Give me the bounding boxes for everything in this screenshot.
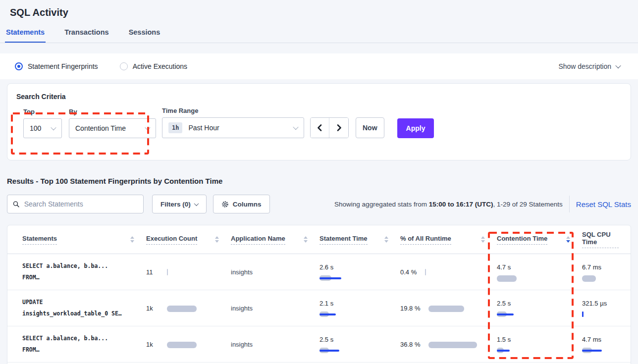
chevron-left-icon: [317, 124, 322, 131]
contention-time-value: 4.7 s: [497, 263, 523, 271]
time-range-field-group: Time Range 1h Past Hour: [162, 107, 304, 138]
statement-line-1: SELECT a.balance, b.ba...: [22, 333, 146, 344]
sql-cpu-time-value: 321.5 µs: [582, 299, 608, 308]
contention-time-value: 2.5 s: [497, 299, 523, 308]
chevron-down-icon: [51, 125, 56, 130]
columns-button-label: Columns: [233, 201, 262, 208]
column-header-contention-time[interactable]: Contention Time: [497, 235, 582, 245]
table-row: UPDATE insights_workload_table_0 SE… 1k …: [7, 290, 631, 326]
pct-runtime-value: 0.4 %: [400, 268, 417, 276]
column-header-execution-count[interactable]: Execution Count: [146, 235, 231, 245]
tab-sessions[interactable]: Sessions: [128, 24, 161, 43]
table-row: SELECT a.balance, b.ba... FROM… 11 insig…: [7, 254, 631, 290]
column-header-statements[interactable]: Statements: [22, 235, 146, 245]
radio-selected-icon[interactable]: [15, 62, 23, 70]
by-field-group: By Contention Time: [69, 108, 156, 138]
execution-count-bar: [167, 341, 221, 348]
statement-time-value: 2.6 s: [319, 263, 345, 271]
results-toolbar: Filters (0) Columns Showing aggregated s…: [7, 195, 631, 213]
top-select[interactable]: 100: [23, 118, 62, 138]
view-toggle-bar: Statement Fingerprints Active Executions…: [0, 53, 638, 79]
sql-cpu-time-bar: [582, 275, 631, 281]
by-select[interactable]: Contention Time: [69, 118, 156, 138]
summary-suffix: , 1-29 of 29 Statements: [493, 201, 562, 208]
stats-summary: Showing aggregated stats from 15:00 to 1…: [334, 201, 563, 208]
radio-statement-fingerprints[interactable]: Statement Fingerprints: [15, 62, 98, 70]
sort-desc-active-icon[interactable]: [566, 236, 570, 243]
statement-link[interactable]: SELECT a.balance, b.ba... FROM…: [22, 333, 146, 356]
summary-prefix: Showing aggregated stats from: [334, 201, 429, 208]
filters-button-label: Filters (0): [160, 201, 191, 208]
pct-runtime-cell: 36.8 %: [400, 340, 497, 349]
tab-transactions[interactable]: Transactions: [63, 24, 109, 43]
show-description-toggle[interactable]: Show description: [558, 62, 620, 70]
statement-time-value: 2.5 s: [319, 335, 345, 344]
contention-time-cell: 4.7 s: [497, 263, 582, 281]
column-header-label: SQL CPU Time: [582, 231, 619, 248]
contention-time-bar: [497, 311, 551, 317]
radio-active-executions[interactable]: Active Executions: [120, 62, 188, 70]
sql-cpu-time-cell: 321.5 µs: [582, 299, 631, 317]
statement-time-cell: 2.5 s: [319, 335, 400, 354]
time-range-select[interactable]: 1h Past Hour: [162, 117, 304, 138]
statement-link[interactable]: UPDATE insights_workload_table_0 SE…: [22, 297, 146, 319]
chevron-down-icon: [145, 125, 150, 130]
top-label: Top: [23, 108, 62, 115]
column-header-label: % of All Runtime: [400, 235, 451, 245]
application-name-cell: insights: [231, 305, 319, 312]
pct-runtime-cell: 0.4 %: [400, 268, 497, 276]
table-row: SELECT a.balance, b.ba... FROM… 1k insig…: [7, 326, 631, 363]
tab-statements[interactable]: Statements: [5, 24, 46, 43]
statement-line-1: SELECT a.balance, b.ba...: [22, 260, 146, 272]
statement-search-box[interactable]: [7, 195, 144, 213]
column-header-sql-cpu-time[interactable]: SQL CPU Time: [582, 231, 631, 248]
statements-table: Statements Execution Count Application N…: [7, 225, 631, 364]
apply-button[interactable]: Apply: [397, 118, 434, 138]
by-label: By: [69, 108, 156, 115]
statement-line-1: UPDATE: [22, 297, 146, 308]
now-button[interactable]: Now: [356, 117, 384, 138]
chevron-down-icon: [194, 201, 199, 206]
search-input[interactable]: [24, 200, 138, 208]
execution-count-cell: 1k: [146, 305, 231, 312]
summary-time-range: 15:00 to 16:17 (UTC): [429, 201, 493, 208]
statement-time-value: 2.1 s: [319, 299, 345, 308]
contention-time-cell: 2.5 s: [497, 299, 582, 317]
search-criteria-form: Top 100 By Contention Time Time Range 1h…: [16, 107, 631, 138]
column-header-statement-time[interactable]: Statement Time: [319, 235, 400, 245]
columns-button[interactable]: Columns: [213, 195, 270, 213]
column-header-pct-runtime[interactable]: % of All Runtime: [400, 235, 497, 245]
statement-line-2: FROM…: [22, 344, 146, 356]
tab-bar: Statements Transactions Sessions: [0, 24, 638, 43]
sort-icon[interactable]: [481, 236, 485, 243]
sql-cpu-time-cell: 6.7 ms: [582, 263, 631, 281]
by-select-value: Contention Time: [75, 124, 126, 132]
previous-time-button[interactable]: [311, 118, 329, 138]
results-heading: Results - Top 100 Statement Fingerprints…: [7, 177, 631, 185]
statement-time-bar: [319, 275, 374, 281]
sort-icon[interactable]: [384, 236, 388, 243]
contention-time-cell: 1.5 s: [497, 335, 582, 354]
statement-link[interactable]: SELECT a.balance, b.ba... FROM…: [22, 260, 146, 283]
page-header: SQL Activity: [0, 0, 638, 18]
sort-icon[interactable]: [215, 236, 219, 243]
execution-count-cell: 1k: [146, 341, 231, 348]
application-name-cell: insights: [231, 268, 319, 276]
contention-time-bar: [497, 347, 551, 354]
next-time-button[interactable]: [329, 118, 348, 138]
sql-cpu-time-value: 6.7 ms: [582, 263, 608, 271]
radio-label: Statement Fingerprints: [28, 62, 98, 70]
sql-cpu-time-cell: 4.7 ms: [582, 335, 631, 354]
radio-unselected-icon[interactable]: [120, 62, 128, 70]
reset-sql-stats-link[interactable]: Reset SQL Stats: [576, 200, 631, 208]
filters-button[interactable]: Filters (0): [152, 195, 207, 213]
execution-count-value: 1k: [146, 305, 167, 312]
pct-runtime-bar: [425, 269, 429, 275]
column-header-application-name[interactable]: Application Name: [231, 235, 319, 245]
execution-count-bar: [167, 305, 221, 312]
statement-line-2: insights_workload_table_0 SE…: [22, 308, 146, 319]
sort-icon[interactable]: [304, 236, 308, 243]
statement-time-cell: 2.1 s: [319, 299, 400, 317]
vertical-divider: [569, 196, 570, 212]
sort-icon[interactable]: [130, 236, 134, 243]
